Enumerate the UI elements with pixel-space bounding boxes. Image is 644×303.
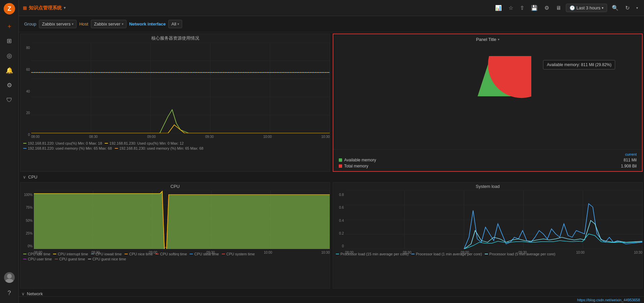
top-chart-panel: 核心服务器资源使用情况 80 60 40 20 0 — [20, 34, 330, 172]
cpu-collapse-icon[interactable]: ∨ — [23, 174, 26, 180]
screen-icon[interactable]: 🖥 — [554, 4, 563, 12]
time-range-selector[interactable]: 🕐 Last 3 hours ▾ — [566, 4, 607, 12]
all-arrow: ▾ — [177, 22, 179, 26]
pie-available-value: 811 Mil — [624, 158, 637, 162]
system-load-panel: System load 0.8 0.6 0.4 0.2 0 — [333, 182, 643, 289]
x-label-0830: 08:30 — [89, 135, 98, 139]
cpu-y-0: 0% — [22, 244, 33, 248]
sidebar-item-alerts[interactable]: 🔔 — [3, 64, 16, 77]
pie-legend-header: current — [625, 152, 637, 156]
network-interface-filter-label[interactable]: Network interface — [129, 21, 166, 27]
top-chart-title: 核心服务器资源使用情况 — [20, 34, 330, 43]
top-chart-svg — [31, 43, 330, 133]
refresh-dropdown-arrow[interactable]: ▾ — [634, 5, 640, 11]
sidebar-item-add[interactable]: ＋ — [3, 19, 16, 33]
cpu-y-25: 25% — [22, 232, 33, 235]
sidebar-item-security[interactable]: 🛡 — [3, 93, 16, 107]
app-logo: Z — [3, 3, 15, 15]
svg-point-3 — [5, 279, 13, 283]
statusbar-url[interactable]: https://blog.csdn.net/weixin_44953658 — [577, 298, 640, 302]
main-content: ⊞ 知识点管理系统 ▾ 📊 ☆ ⇧ 💾 ⚙ 🖥 🕐 Last 3 hours ▾… — [19, 0, 644, 303]
share-icon[interactable]: ⇧ — [518, 3, 526, 12]
avatar[interactable] — [4, 272, 15, 283]
zabbix-servers-dropdown[interactable]: Zabbix servers ▾ — [39, 20, 76, 28]
sl-y-02: 0.2 — [334, 232, 344, 235]
y-label-40: 40 — [22, 90, 30, 93]
cpu-x-1000: 10:00 — [264, 251, 272, 254]
sidebar-item-monitoring[interactable]: ◎ — [3, 49, 16, 62]
settings-icon[interactable]: ⚙ — [542, 3, 551, 12]
legend-cpu-220: 192.168.81.220: Used cpu(%) Min: 0 Max: … — [23, 141, 102, 145]
legend-mem-220: 192.168.81.220: used memory (%) Min: 65 … — [23, 146, 112, 150]
title-dropdown-arrow[interactable]: ▾ — [64, 6, 66, 10]
zabbix-server-dropdown[interactable]: Zabbix server ▾ — [91, 20, 126, 28]
svg-point-2 — [7, 274, 12, 279]
system-load-title: System load — [333, 183, 642, 190]
time-range-label: Last 3 hours — [576, 5, 600, 10]
pie-svg — [444, 56, 531, 137]
group-filter-label[interactable]: Group — [24, 21, 36, 27]
sidebar-item-help[interactable]: ? — [3, 286, 16, 300]
topbar-actions: 📊 ☆ ⇧ 💾 ⚙ 🖥 🕐 Last 3 hours ▾ 🔍 ↻ ▾ — [493, 3, 640, 12]
app-title: 知识点管理系统 — [29, 5, 62, 11]
zabbix-servers-arrow: ▾ — [72, 22, 73, 26]
sl-y-00: 0 — [334, 244, 344, 248]
system-load-svg — [345, 190, 642, 249]
cpu-y-50: 50% — [22, 219, 33, 222]
topbar: ⊞ 知识点管理系统 ▾ 📊 ☆ ⇧ 💾 ⚙ 🖥 🕐 Last 3 hours ▾… — [19, 0, 644, 16]
cpu-y-75: 75% — [22, 206, 33, 209]
x-label-0800: 08:00 — [31, 135, 40, 139]
panel-title-arrow[interactable]: ▾ — [498, 38, 499, 41]
y-label-60: 60 — [22, 68, 30, 71]
cpu-y-100: 100% — [22, 193, 33, 197]
pie-chart-title: Panel Title ▾ — [333, 34, 642, 43]
all-dropdown[interactable]: All ▾ — [168, 20, 182, 28]
legend-mem-230: 192.168.81.230: used memory (%) Min: 65 … — [115, 146, 204, 150]
sl-y-04: 0.4 — [334, 219, 344, 222]
app-title-area: ⊞ 知识点管理系统 ▾ — [23, 5, 66, 11]
cpu-chart-title: CPU — [20, 183, 330, 190]
star-icon[interactable]: ☆ — [506, 3, 515, 12]
bar-chart-icon[interactable]: 📊 — [493, 3, 504, 12]
sidebar-item-settings[interactable]: ⚙ — [3, 79, 16, 92]
sl-x-1030: 10:30 — [634, 251, 642, 254]
sl-x-1000: 10:00 — [576, 251, 585, 254]
grid-menu-icon[interactable]: ⊞ — [23, 5, 27, 11]
filterbar: Group Zabbix servers ▾ Host Zabbix serve… — [19, 16, 644, 32]
zabbix-servers-value: Zabbix servers — [42, 21, 70, 27]
y-label-0: 0 — [22, 133, 30, 137]
pie-area: Available memory: 811 Mil (29.82%) — [333, 43, 642, 149]
x-label-1030: 10:30 — [321, 135, 330, 139]
x-label-0900: 09:00 — [147, 135, 156, 139]
all-value: All — [171, 21, 176, 27]
sl-y-06: 0.6 — [334, 206, 344, 209]
statusbar: https://blog.csdn.net/weixin_44953658 — [19, 296, 644, 303]
sidebar-item-dashboard[interactable]: ⊞ — [3, 34, 16, 48]
pie-tooltip: Available memory: 811 Mil (29.82%) — [543, 60, 615, 69]
x-label-0930: 09:30 — [205, 135, 214, 139]
top-chart-legend: 192.168.81.220: Used cpu(%) Min: 0 Max: … — [20, 140, 330, 152]
save-icon[interactable]: 💾 — [529, 3, 540, 12]
zabbix-server-arrow: ▾ — [122, 22, 123, 26]
sl-y-08: 0.8 — [334, 193, 344, 197]
cpu-chart-svg — [34, 190, 330, 249]
pie-legend-total: Total memory — [339, 164, 368, 168]
time-range-arrow: ▾ — [602, 6, 603, 10]
y-label-20: 20 — [22, 111, 30, 115]
network-section-label: Network — [27, 291, 43, 296]
svg-text:Z: Z — [7, 5, 11, 12]
cpu-section-header: ∨ CPU — [19, 173, 644, 181]
svg-marker-25 — [34, 191, 330, 249]
cpu-x-1030: 10:30 — [321, 251, 330, 254]
search-icon[interactable]: 🔍 — [610, 3, 621, 12]
pie-chart-panel: Panel Title ▾ — [333, 34, 643, 172]
y-label-80: 80 — [22, 46, 30, 50]
pie-total-value: 1.908 Bil — [621, 164, 637, 168]
sidebar: Z ＋ ⊞ ◎ 🔔 ⚙ 🛡 ? — [0, 0, 19, 303]
host-filter-label[interactable]: Host — [79, 21, 88, 27]
network-collapse-icon[interactable]: ∨ — [21, 291, 25, 296]
pie-legend-available: Available memory — [339, 158, 376, 162]
zabbix-server-value: Zabbix server — [94, 21, 120, 27]
refresh-icon[interactable]: ↻ — [623, 3, 632, 12]
network-section-header: ∨ Network — [19, 290, 644, 296]
